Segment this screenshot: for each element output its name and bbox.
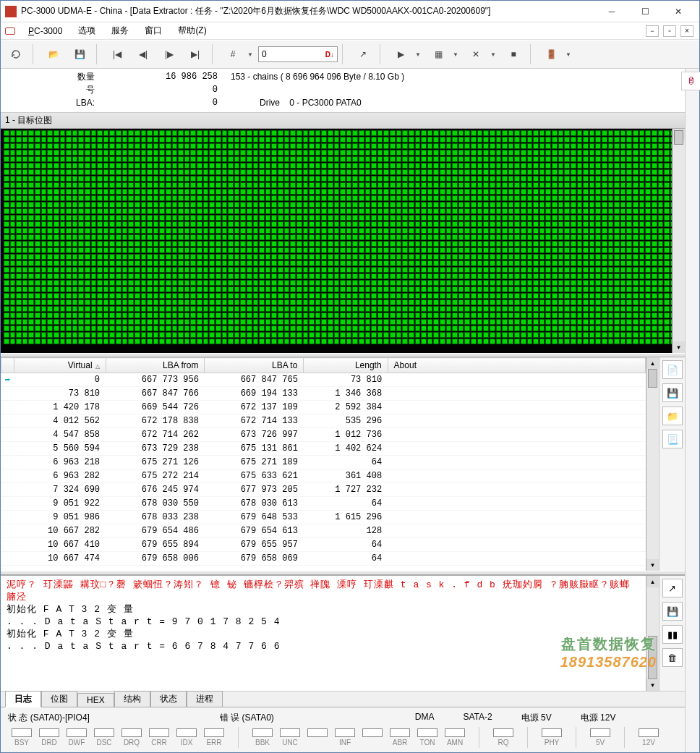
bitmap-cell[interactable] [396, 260, 402, 266]
bitmap-cell[interactable] [222, 189, 228, 195]
bitmap-cell[interactable] [533, 312, 539, 318]
bitmap-cell[interactable] [135, 137, 140, 142]
bitmap-cell[interactable] [371, 137, 377, 142]
bitmap-cell[interactable] [483, 267, 489, 273]
bitmap-cell[interactable] [446, 228, 452, 234]
bitmap-cell[interactable] [228, 306, 234, 312]
bitmap-cell[interactable] [141, 163, 147, 169]
bitmap-cell[interactable] [477, 234, 483, 240]
bitmap-cell[interactable] [103, 221, 109, 227]
bitmap-cell[interactable] [91, 189, 97, 195]
bitmap-cell[interactable] [614, 241, 620, 247]
bitmap-cell[interactable] [10, 286, 16, 292]
bitmap-cell[interactable] [433, 169, 439, 175]
menu-window[interactable]: 窗口 [137, 23, 169, 38]
bitmap-cell[interactable] [371, 332, 377, 338]
bitmap-cell[interactable] [60, 228, 66, 234]
bitmap-cell[interactable] [290, 241, 296, 247]
bitmap-cell[interactable] [128, 130, 134, 136]
bitmap-cell[interactable] [433, 254, 439, 260]
bitmap-cell[interactable] [521, 234, 526, 240]
bitmap-cell[interactable] [78, 234, 84, 240]
bitmap-cell[interactable] [595, 293, 601, 299]
bitmap-cell[interactable] [315, 137, 321, 142]
bitmap-cell[interactable] [215, 228, 221, 234]
bitmap-cell[interactable] [645, 156, 651, 162]
bitmap-cell[interactable] [396, 273, 402, 279]
bitmap-cell[interactable] [502, 202, 508, 208]
bitmap-cell[interactable] [471, 280, 477, 286]
bitmap-cell[interactable] [60, 189, 66, 195]
bitmap-cell[interactable] [508, 332, 514, 338]
bitmap-cell[interactable] [490, 254, 495, 260]
bitmap-cell[interactable] [521, 286, 526, 292]
bitmap-cell[interactable] [97, 215, 103, 221]
bitmap-cell[interactable] [10, 189, 16, 195]
bitmap-cell[interactable] [122, 189, 128, 195]
bitmap-cell[interactable] [178, 202, 184, 208]
bitmap-cell[interactable] [278, 260, 283, 266]
bitmap-cell[interactable] [22, 221, 28, 227]
bitmap-cell[interactable] [116, 293, 121, 299]
bitmap-cell[interactable] [240, 306, 246, 312]
bitmap-cell[interactable] [41, 260, 47, 266]
bitmap-cell[interactable] [577, 221, 583, 227]
bitmap-cell[interactable] [91, 228, 97, 234]
bitmap-cell[interactable] [452, 208, 458, 214]
bitmap-cell[interactable] [346, 267, 352, 273]
bitmap-cell[interactable] [415, 169, 421, 175]
bitmap-cell[interactable] [222, 130, 228, 136]
bitmap-cell[interactable] [72, 254, 78, 260]
bitmap-cell[interactable] [147, 286, 153, 292]
bitmap-cell[interactable] [197, 312, 202, 318]
bitmap-cell[interactable] [97, 176, 103, 182]
bitmap-cell[interactable] [284, 202, 290, 208]
bitmap-cell[interactable] [60, 280, 66, 286]
bitmap-cell[interactable] [290, 137, 296, 142]
bitmap-cell[interactable] [54, 286, 59, 292]
bitmap-cell[interactable] [626, 241, 632, 247]
bitmap-cell[interactable] [352, 234, 358, 240]
bitmap-cell[interactable] [22, 293, 28, 299]
bitmap-cell[interactable] [190, 247, 196, 253]
bitmap-cell[interactable] [159, 163, 165, 169]
bitmap-cell[interactable] [352, 247, 358, 253]
bitmap-cell[interactable] [296, 312, 302, 318]
bitmap-cell[interactable] [240, 247, 246, 253]
bitmap-cell[interactable] [527, 234, 533, 240]
bitmap-cell[interactable] [66, 280, 72, 286]
bitmap-cell[interactable] [508, 143, 514, 149]
bitmap-cell[interactable] [265, 169, 271, 175]
bitmap-cell[interactable] [309, 273, 315, 279]
bitmap-cell[interactable] [552, 189, 558, 195]
bitmap-cell[interactable] [496, 260, 502, 266]
bitmap-cell[interactable] [577, 312, 583, 318]
bitmap-cell[interactable] [234, 182, 240, 188]
bitmap-cell[interactable] [172, 176, 178, 182]
bitmap-cell[interactable] [415, 326, 421, 331]
bitmap-cell[interactable] [197, 150, 202, 156]
bitmap-cell[interactable] [290, 208, 296, 214]
bitmap-cell[interactable] [178, 254, 184, 260]
bitmap-cell[interactable] [658, 260, 664, 266]
bitmap-cell[interactable] [178, 280, 184, 286]
bitmap-cell[interactable] [508, 326, 514, 331]
bitmap-cell[interactable] [371, 293, 377, 299]
bitmap-cell[interactable] [328, 286, 333, 292]
bitmap-cell[interactable] [371, 247, 377, 253]
bitmap-cell[interactable] [545, 163, 551, 169]
bitmap-cell[interactable] [122, 169, 128, 175]
bitmap-cell[interactable] [352, 189, 358, 195]
bitmap-cell[interactable] [658, 202, 664, 208]
bitmap-cell[interactable] [571, 208, 576, 214]
bitmap-cell[interactable] [278, 299, 283, 305]
bitmap-cell[interactable] [496, 299, 502, 305]
bitmap-cell[interactable] [571, 241, 576, 247]
bitmap-cell[interactable] [240, 156, 246, 162]
bitmap-cell[interactable] [446, 293, 452, 299]
bitmap-cell[interactable] [545, 130, 551, 136]
bitmap-cell[interactable] [184, 293, 190, 299]
bitmap-cell[interactable] [203, 130, 209, 136]
bitmap-cell[interactable] [639, 254, 645, 260]
bitmap-cell[interactable] [490, 176, 495, 182]
